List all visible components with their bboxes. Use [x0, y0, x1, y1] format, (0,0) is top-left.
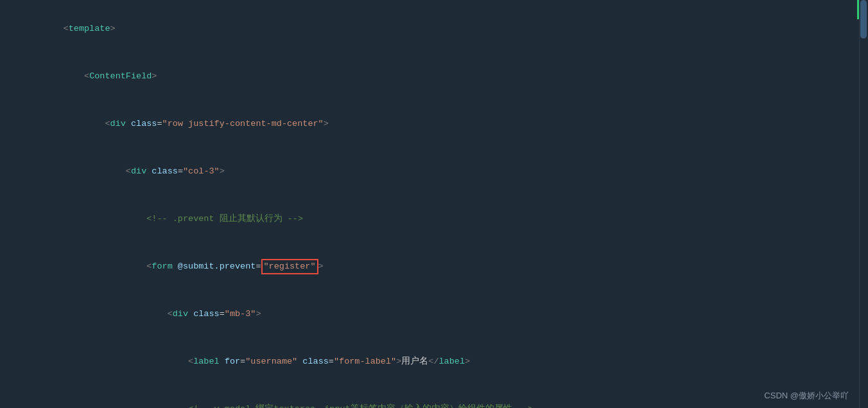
line-content: <!-- .prevent 阻止其默认行为 --> — [32, 196, 868, 242]
bracket: < — [64, 24, 69, 33]
line-content: <div class="col-3"> — [32, 148, 868, 195]
line-content: <div class="row justify-content-md-cente… — [32, 101, 868, 147]
change-marker — [857, 0, 859, 19]
watermark: CSDN @傲娇小公举吖 — [764, 390, 849, 402]
attr-name: class — [152, 166, 178, 176]
attr-name: class — [131, 119, 157, 129]
code-editor: <template> <ContentField> <div class="ro… — [0, 0, 868, 408]
bracket: > — [220, 166, 225, 176]
scrollbar-thumb[interactable] — [860, 0, 867, 39]
code-line: <ContentField> — [0, 53, 868, 100]
bracket: > — [152, 71, 157, 81]
line-content: <template> — [32, 6, 868, 52]
code-line: <!-- .prevent 阻止其默认行为 --> — [0, 195, 868, 243]
scrollbar[interactable] — [859, 0, 868, 408]
attr-value: "row justify-content-md-center" — [162, 119, 324, 129]
code-line: <div class="mb-3"> — [0, 290, 868, 338]
tag-name: ContentField — [89, 71, 152, 81]
line-content: <form @submit.prevent="register"> — [32, 244, 868, 290]
line-content: <!-- v-model 绑定textarea、input等标签内容（输入的内容… — [32, 386, 868, 408]
bracket: > — [324, 119, 329, 129]
code-line: <form @submit.prevent="register"> — [0, 243, 868, 290]
code-line: <div class="row justify-content-md-cente… — [0, 100, 868, 148]
bracket: < — [105, 119, 110, 129]
bracket: < — [126, 166, 131, 176]
code-line: <label for="username" class="form-label"… — [0, 338, 868, 386]
line-content: <div class="mb-3"> — [32, 291, 868, 337]
bracket: < — [84, 71, 89, 81]
tag-name: div — [110, 119, 126, 129]
tag-name: template — [69, 24, 110, 33]
code-line: <div class="col-3"> — [0, 148, 868, 195]
bracket: > — [110, 24, 116, 33]
code-line: <template> — [0, 5, 868, 53]
comment: <!-- .prevent 阻止其默认行为 --> — [146, 214, 303, 224]
code-line: <!-- v-model 绑定textarea、input等标签内容（输入的内容… — [0, 386, 868, 408]
tag-name: div — [131, 166, 146, 176]
line-content: <label for="username" class="form-label"… — [32, 339, 868, 385]
attr-value: "col-3" — [183, 166, 220, 176]
line-content: <ContentField> — [32, 53, 868, 100]
